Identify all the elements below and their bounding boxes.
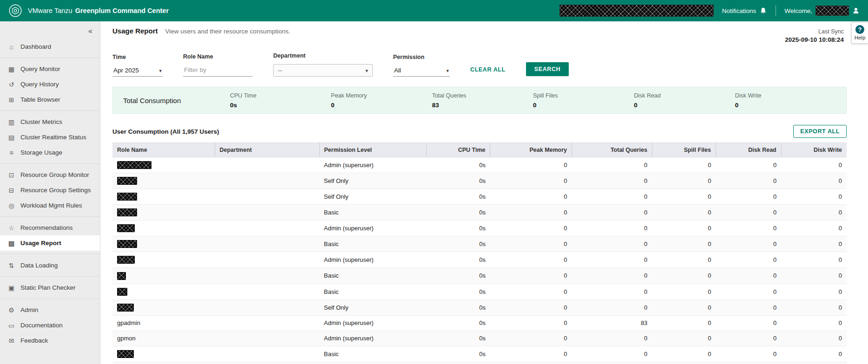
metric-value: 0s [230,102,331,109]
sidebar-item-static-plan-checker[interactable]: ▣ Static Plan Checker [0,280,100,295]
sidebar-divider [0,299,100,299]
peak-memory-cell: 0 [490,268,572,284]
peak-memory-cell: 0 [490,299,572,315]
query-monitor-icon: ▦ [7,65,15,73]
help-button[interactable]: ? Help [851,22,868,44]
sidebar-divider [0,58,100,58]
permission-filter-label: Permission [393,54,450,60]
clear-all-button[interactable]: CLEAR ALL [470,66,506,73]
department-select-value: -- [278,67,282,74]
sidebar-item-workload-mgmt-rules[interactable]: ◎ Workload Mgmt Rules [0,198,100,213]
col-peak-memory[interactable]: Peak Memory [490,143,572,157]
role-name-cell [112,157,215,173]
permission-cell: Self Only [319,173,426,189]
time-select[interactable]: Apr 2025 [112,65,163,77]
sidebar-item-query-history[interactable]: ↺ Query History [0,77,100,92]
col-spill-files[interactable]: Spill Files [652,143,716,157]
sidebar-item-data-loading[interactable]: ⇅ Data Loading [0,258,100,273]
sidebar-item-documentation[interactable]: ▭ Documentation [0,318,100,333]
topbar: VMware TanzuGreenplum Command Center Not… [0,0,868,21]
sidebar-item-storage-usage[interactable]: ≡ Storage Usage [0,145,100,160]
role-name-cell [112,362,215,364]
disk-read-cell: 0 [716,346,782,362]
spill-files-cell: 0 [652,173,716,189]
time-filter-label: Time [112,54,163,60]
col-total-queries[interactable]: Total Queries [572,143,652,157]
last-sync-label: Last Sync [785,28,844,35]
feedback-icon: ✉ [7,337,15,344]
sidebar-item-label: Workload Mgmt Rules [20,202,82,209]
permission-cell: Admin (superuser) [319,315,426,331]
sidebar-item-cluster-metrics[interactable]: ▥ Cluster Metrics [0,114,100,130]
topbar-divider [776,6,776,16]
col-cpu-time[interactable]: CPU Time [426,143,490,157]
permission-cell: Admin (superuser) [319,331,426,346]
redacted-role-name [117,193,137,201]
total-queries-cell: 0 [572,221,652,236]
spill-files-cell: 0 [652,189,716,205]
table-row: Self Only 0s 0 0 0 0 0 [112,173,847,189]
disk-read-cell: 0 [716,284,782,299]
metric-value: 0 [331,102,432,109]
search-button[interactable]: SEARCH [526,62,569,76]
disk-read-cell: 0 [716,252,782,268]
table-row: Basic 0s 0 0 0 0 0 [112,268,847,284]
export-all-button[interactable]: EXPORT ALL [793,125,847,138]
spill-files-cell: 0 [652,236,716,252]
notifications-button[interactable]: Notifications [722,7,768,15]
permission-select[interactable]: All [393,65,450,77]
metric-label: Peak Memory [331,92,432,99]
usage-table-body: Admin (superuser) 0s 0 0 0 0 0 Self Only… [112,157,847,364]
col-disk-read[interactable]: Disk Read [716,143,782,157]
col-role-name[interactable]: Role Name [112,143,215,157]
spill-files-cell: 0 [652,346,716,362]
peak-memory-cell: 0 [490,252,572,268]
sidebar-item-dashboard[interactable]: ⌂ Dashboard [0,39,100,54]
metric-total-queries: Total Queries 83 [432,92,533,109]
sidebar-collapse-button[interactable]: « [0,24,100,39]
department-cell [215,362,319,364]
tanzu-logo-icon [8,4,22,18]
department-cell [215,157,319,173]
col-department[interactable]: Department [215,143,319,157]
role-name-filter-input[interactable] [183,65,253,77]
col-disk-write[interactable]: Disk Write [781,143,847,157]
sidebar-item-cluster-realtime-status[interactable]: ▤ Cluster Realtime Status [0,130,100,145]
department-select[interactable]: -- [273,64,373,77]
role-name-cell [112,284,215,299]
role-name-cell: gpadmin [112,315,215,331]
spill-files-cell: 0 [652,362,716,364]
spill-files-cell: 0 [652,284,716,299]
department-cell [215,299,319,315]
metric-peak-memory: Peak Memory 0 [331,92,432,109]
query-history-icon: ↺ [7,81,15,88]
sidebar-item-query-monitor[interactable]: ▦ Query Monitor [0,61,100,77]
department-cell [215,268,319,284]
sidebar-item-feedback[interactable]: ✉ Feedback [0,333,100,348]
table-header-row: Role Name Department Permission Level CP… [112,143,847,157]
sidebar-item-table-browser[interactable]: ⊞ Table Browser [0,92,100,107]
resource-group-monitor-icon: ⊡ [7,171,15,179]
disk-write-cell: 0 [781,221,847,236]
sidebar-item-resource-group-settings[interactable]: ⊟ Resource Group Settings [0,182,100,198]
cpu-time-cell: 0s [426,189,490,205]
disk-read-cell: 0 [716,331,782,346]
user-menu[interactable]: Welcome, [784,6,860,16]
sidebar-item-label: Table Browser [20,96,60,103]
sidebar-item-label: Query History [20,81,59,88]
sidebar-item-resource-group-monitor[interactable]: ⊡ Resource Group Monitor [0,167,100,182]
sidebar-item-admin[interactable]: ⚙ Admin [0,302,100,318]
sidebar-item-recommendations[interactable]: ☆ Recommendations [0,220,100,235]
department-cell [215,315,319,331]
table-row: Basic 0s 0 0 0 0 0 [112,284,847,299]
sidebar-item-usage-report[interactable]: ▨ Usage Report [0,235,100,251]
spill-files-cell: 0 [652,221,716,236]
disk-write-cell: 0 [781,173,847,189]
sidebar: « ⌂ Dashboard ▦ Query Monitor ↺ Query Hi… [0,21,100,364]
redacted-role-name [117,272,126,280]
role-name-cell [112,236,215,252]
total-queries-cell: 0 [572,362,652,364]
col-permission-level[interactable]: Permission Level [319,143,426,157]
cpu-time-cell: 0s [426,205,490,221]
permission-cell: Basic [319,205,426,221]
